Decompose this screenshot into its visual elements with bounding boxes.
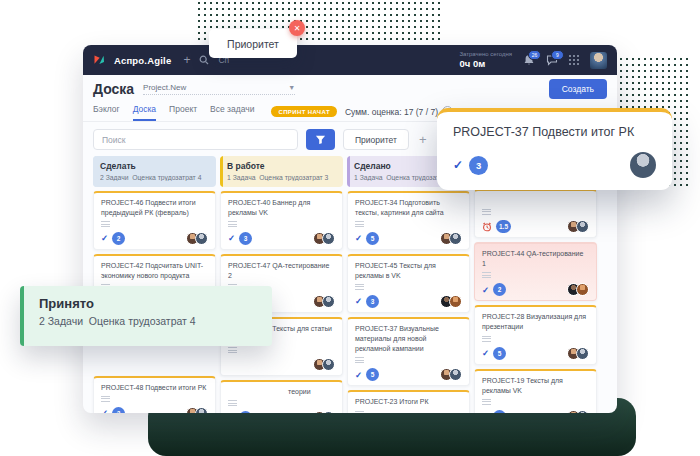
avatar xyxy=(576,347,589,360)
task-card-footer: ✓5 xyxy=(355,232,462,245)
done-check-icon: ✓ xyxy=(101,234,108,243)
task-card-footer: ✓5 xyxy=(482,347,589,360)
estimate-badge: 2 xyxy=(493,283,506,296)
task-card-footer: ✓3 xyxy=(228,411,335,413)
add-filter-button[interactable]: + xyxy=(419,132,427,147)
filter-button[interactable] xyxy=(306,129,335,150)
assignee-avatars xyxy=(186,407,208,413)
done-check-icon: ✓ xyxy=(482,349,489,358)
board: Сделать2 Задачи Оценка трудозатрат 4PROJ… xyxy=(93,156,607,413)
summary-score: Сумм. оценка: 17 (7 / 7) xyxy=(345,107,438,117)
avatar xyxy=(576,410,589,413)
task-card-title: PROJECT-37 Визуальные материалы для ново… xyxy=(355,324,462,354)
board-select[interactable]: Project.New ▼ xyxy=(143,83,295,95)
tabs: БэклогДоскаПроектВсе задачи xyxy=(93,104,254,121)
description-icon xyxy=(101,396,110,402)
task-card-title: PROJECT-42 Подсчитать UNIT-экономику нов… xyxy=(101,261,208,281)
estimate-badge: 3 xyxy=(469,156,488,175)
add-icon[interactable]: + xyxy=(183,53,190,67)
avatar xyxy=(195,407,208,413)
board-column: Сделано1 Задача Оценка трудозатратPROJEC… xyxy=(347,156,470,413)
navbar-right-group: Затрачено сегодня 0ч 0м 26 9 xyxy=(459,51,607,69)
board-column: В работе1 Задача Оценка трудозатрат 3PRO… xyxy=(220,156,343,413)
tab-0[interactable]: Бэклог xyxy=(93,104,120,121)
assignee-avatars xyxy=(313,295,335,308)
priority-filter-chip[interactable]: Приоритет xyxy=(343,129,409,150)
task-popup-card[interactable]: PROJECT-37 Подвести итог РК ✓ 3 xyxy=(437,108,672,190)
description-icon xyxy=(355,284,364,290)
user-avatar[interactable] xyxy=(590,52,607,69)
assignee-avatars xyxy=(567,220,589,233)
task-card[interactable]: PROJECT-44 QA-тестирование 1✓2 xyxy=(474,242,597,301)
overdue-clock-icon xyxy=(482,222,492,232)
chevron-down-icon: ▼ xyxy=(288,84,295,91)
avatar xyxy=(322,295,335,308)
time-tracker[interactable]: Затрачено сегодня 0ч 0м xyxy=(459,51,512,69)
app-logo-icon xyxy=(93,54,105,66)
search-icon[interactable] xyxy=(199,55,209,65)
task-card-footer: ✓3 xyxy=(228,232,335,245)
done-check-icon: ✓ xyxy=(453,159,463,171)
avatar xyxy=(322,232,335,245)
avatar xyxy=(195,232,208,245)
task-card[interactable]: теории✓3 xyxy=(220,380,343,413)
task-card[interactable]: 1.5 xyxy=(474,189,597,238)
done-check-icon: ✓ xyxy=(101,409,108,413)
avatar xyxy=(576,283,589,296)
tab-2[interactable]: Проект xyxy=(169,104,197,121)
task-card-title: PROJECT-47 QA-тестирование 2 xyxy=(228,261,335,281)
description-icon xyxy=(228,347,237,353)
accepted-meta: 2 Задачи Оценка трудозатрат 4 xyxy=(39,315,272,327)
assignee-avatars xyxy=(440,368,462,381)
avatar xyxy=(576,220,589,233)
column-meta: 1 Задача Оценка трудозатрат 3 xyxy=(227,174,336,181)
avatar xyxy=(322,358,335,371)
done-check-icon: ✓ xyxy=(482,286,489,295)
task-card-title: PROJECT-28 Визуализация для презентации xyxy=(482,312,589,332)
task-card[interactable]: PROJECT-45 Тексты для рекламы в VK✓3 xyxy=(347,254,470,313)
chat-badge: 9 xyxy=(551,50,564,60)
assignee-avatars xyxy=(313,411,335,413)
task-card[interactable]: PROJECT-40 Баннер для рекламы VK✓3 xyxy=(220,191,343,250)
estimate-badge: 5 xyxy=(366,368,379,381)
funnel-icon xyxy=(315,134,326,145)
priority-tooltip-label: Приоритет xyxy=(227,38,279,50)
page-header: Доска Project.New ▼ Создать xyxy=(93,79,607,99)
create-button[interactable]: Создать xyxy=(549,79,607,99)
task-card[interactable]: PROJECT-23 Итоги РК✓5 xyxy=(347,390,470,413)
task-card-title: PROJECT-23 Итоги РК xyxy=(355,397,462,407)
task-card-title: PROJECT-19 Тексты для рекламы VK xyxy=(482,376,589,396)
task-card[interactable]: PROJECT-19 Тексты для рекламы VK✓5 xyxy=(474,369,597,413)
assignee-avatars xyxy=(313,358,335,371)
estimate-badge: 5 xyxy=(493,347,506,360)
estimate-badge: 3 xyxy=(366,295,379,308)
avatar xyxy=(449,295,462,308)
avatar xyxy=(449,232,462,245)
tab-1[interactable]: Доска xyxy=(133,104,156,121)
task-card-title xyxy=(482,196,589,206)
task-card-footer: 1.5 xyxy=(482,220,589,233)
bell-badge: 26 xyxy=(528,50,541,60)
apps-grid-icon[interactable] xyxy=(569,55,579,65)
estimate-badge: 5 xyxy=(366,232,379,245)
description-icon xyxy=(355,221,364,227)
app-name: Аспро.Agile xyxy=(114,55,171,66)
assignee-avatars xyxy=(313,232,335,245)
column-header: Сделать2 Задачи Оценка трудозатрат 4 xyxy=(93,156,216,187)
task-card[interactable]: PROJECT-46 Подвести итоги предыдущей РК … xyxy=(93,191,216,250)
search-input[interactable] xyxy=(93,129,298,150)
tab-3[interactable]: Все задачи xyxy=(210,104,254,121)
chat-icon[interactable]: 9 xyxy=(546,54,558,66)
task-card[interactable]: PROJECT-48 Подвести итоги РК✓2 xyxy=(93,376,216,413)
task-card-title: PROJECT-46 Подвести итоги предыдущей РК … xyxy=(101,198,208,218)
top-navbar: Аспро.Agile + Сп Затрачено сегодня 0ч 0м… xyxy=(83,45,617,75)
task-card[interactable]: PROJECT-28 Визуализация для презентации✓… xyxy=(474,305,597,364)
notifications-bell-icon[interactable]: 26 xyxy=(523,54,535,66)
task-card[interactable]: PROJECT-34 Подготовить тексты, картинки … xyxy=(347,191,470,250)
description-icon xyxy=(101,221,110,227)
close-icon[interactable]: ✕ xyxy=(289,20,305,36)
column-title: Сделать xyxy=(100,161,209,171)
task-card[interactable]: PROJECT-37 Визуальные материалы для ново… xyxy=(347,317,470,386)
assignee-avatars xyxy=(440,295,462,308)
time-tracker-label: Затрачено сегодня xyxy=(459,51,512,57)
